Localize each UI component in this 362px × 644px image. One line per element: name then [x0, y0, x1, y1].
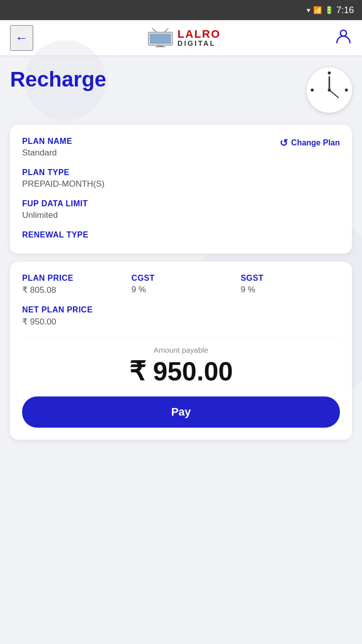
svg-point-6: [340, 30, 346, 36]
net-plan-price-label: NET PLAN PRICE: [22, 305, 340, 314]
fup-data-limit-field: FUP DATA LIMIT Unlimited: [22, 199, 340, 220]
change-plan-label: Change Plan: [291, 138, 340, 147]
clock-widget: [307, 67, 352, 113]
svg-rect-1: [150, 34, 171, 44]
divider: [22, 337, 340, 338]
signal-icon: 📶: [313, 6, 322, 14]
fup-data-limit-value: Unlimited: [22, 210, 340, 220]
svg-point-8: [345, 89, 348, 92]
status-time: 7:16: [336, 5, 354, 16]
wifi-icon: ▾: [307, 6, 310, 14]
logo-text: LALRO DIGITAL: [177, 29, 221, 47]
title-row: Recharge: [10, 67, 352, 113]
fup-data-limit-label: FUP DATA LIMIT: [22, 199, 340, 208]
svg-rect-5: [155, 46, 165, 47]
sgst-label: SGST: [241, 274, 340, 283]
plan-name-value: Standard: [22, 148, 340, 158]
logo-tv-icon: [147, 28, 173, 47]
amount-payable-label: Amount payable: [22, 346, 340, 354]
logo-digital: DIGITAL: [177, 40, 221, 47]
battery-icon: 🔋: [325, 6, 333, 14]
plan-type-field: PLAN TYPE PREPAID-MONTH(S): [22, 168, 340, 189]
logo-lalro: LALRO: [177, 29, 221, 40]
main-content: Recharge ↺ Change Plan PLAN: [0, 55, 362, 460]
plan-price-value: ₹ 805.08: [22, 285, 121, 295]
renewal-type-label: RENEWAL TYPE: [22, 230, 340, 239]
clock-face: [309, 70, 349, 110]
status-icons: ▾ 📶 🔋 7:16: [307, 5, 354, 16]
renewal-type-field: RENEWAL TYPE: [22, 230, 340, 239]
plan-type-label: PLAN TYPE: [22, 168, 340, 177]
page-title: Recharge: [10, 67, 106, 92]
pricing-card: PLAN PRICE ₹ 805.08 CGST 9 % SGST 9 % NE…: [10, 262, 352, 440]
svg-point-12: [328, 89, 331, 92]
status-bar: ▾ 📶 🔋 7:16: [0, 0, 362, 20]
logo: LALRO DIGITAL: [147, 28, 221, 47]
plan-price-col: PLAN PRICE ₹ 805.08: [22, 274, 121, 295]
plan-type-value: PREPAID-MONTH(S): [22, 179, 340, 189]
profile-icon[interactable]: [335, 28, 352, 48]
back-button[interactable]: ←: [10, 25, 33, 51]
sgst-col: SGST 9 %: [241, 274, 340, 295]
svg-line-11: [329, 90, 338, 98]
svg-point-7: [328, 71, 331, 74]
svg-point-9: [311, 89, 314, 92]
cgst-col: CGST 9 %: [131, 274, 230, 295]
pay-button[interactable]: Pay: [22, 396, 340, 428]
svg-line-3: [164, 28, 168, 32]
cgst-label: CGST: [131, 274, 230, 283]
amount-payable-value: ₹ 950.00: [22, 356, 340, 386]
refresh-icon: ↺: [280, 137, 288, 149]
pricing-grid: PLAN PRICE ₹ 805.08 CGST 9 % SGST 9 %: [22, 274, 340, 295]
sgst-value: 9 %: [241, 285, 340, 295]
cgst-value: 9 %: [131, 285, 230, 295]
net-plan-price-field: NET PLAN PRICE ₹ 950.00: [22, 305, 340, 327]
plan-details-card: ↺ Change Plan PLAN NAME Standard PLAN TY…: [10, 125, 352, 254]
net-plan-price-value: ₹ 950.00: [22, 316, 340, 327]
change-plan-button[interactable]: ↺ Change Plan: [280, 137, 340, 149]
plan-price-label: PLAN PRICE: [22, 274, 121, 283]
svg-line-2: [152, 28, 156, 32]
